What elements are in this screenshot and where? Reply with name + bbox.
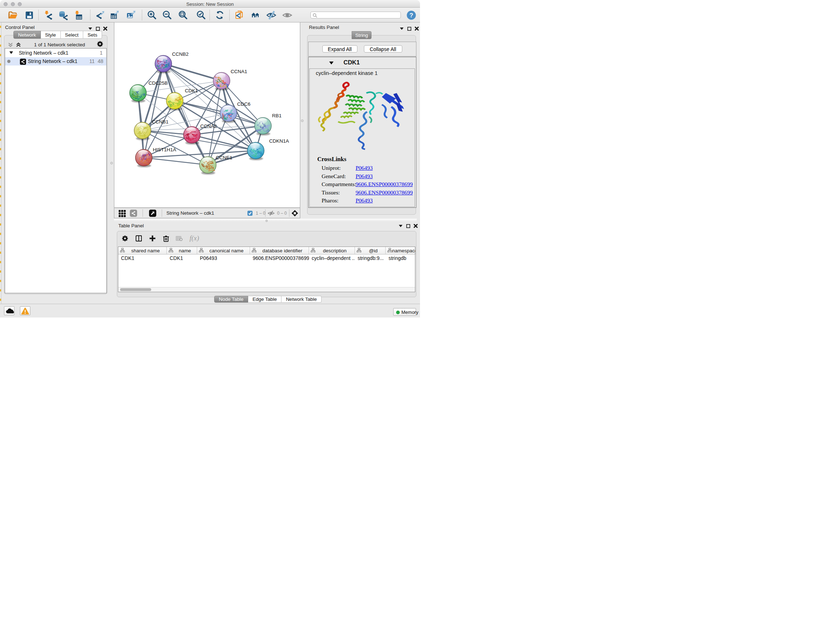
svg-text:CCNB1: CCNB1: [152, 119, 169, 124]
svg-text:RB1: RB1: [272, 112, 281, 118]
svg-text:CCNA1: CCNA1: [231, 69, 248, 74]
svg-text:CDKN1A: CDKN1A: [269, 138, 289, 144]
svg-text:CDC25B: CDC25B: [149, 80, 168, 86]
svg-text:HIST1H1A: HIST1H1A: [153, 147, 177, 152]
svg-text:CCNE1: CCNE1: [216, 155, 233, 160]
svg-text:?: ?: [409, 12, 413, 19]
svg-text:CDK1: CDK1: [185, 88, 198, 93]
svg-text:CCNB2: CCNB2: [172, 51, 189, 57]
svg-text:CCNA2: CCNA2: [201, 123, 217, 128]
svg-text:CDC6: CDC6: [237, 101, 251, 106]
